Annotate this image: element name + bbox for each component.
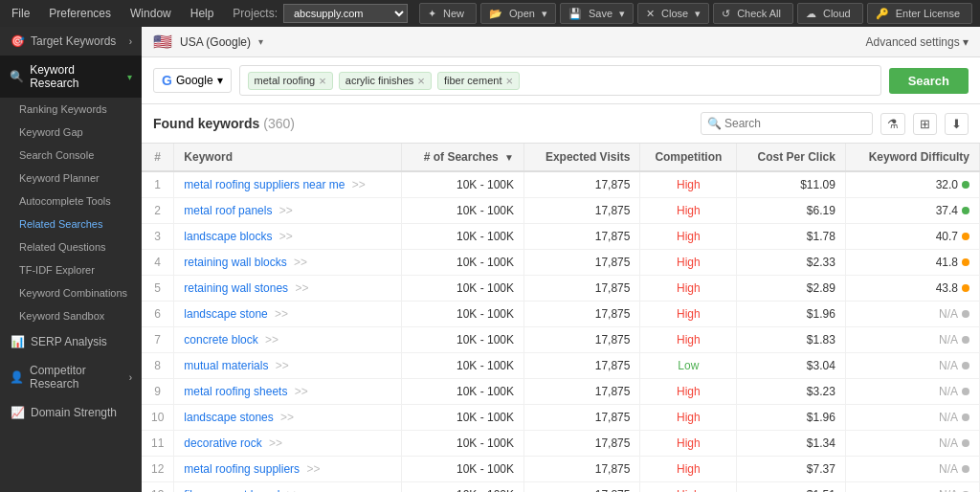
keyword-expand-btn[interactable]: >> bbox=[276, 204, 297, 217]
advanced-settings-link[interactable]: Advanced settings ▾ bbox=[866, 35, 969, 49]
sidebar-item-target-keywords[interactable]: 🎯 Target Keywords › bbox=[0, 27, 142, 56]
sidebar-item-keyword-gap[interactable]: Keyword Gap bbox=[0, 121, 142, 144]
keyword-expand-btn[interactable]: >> bbox=[348, 178, 369, 191]
keyword-expand-btn[interactable]: >> bbox=[302, 462, 323, 476]
new-button[interactable]: ✦ New bbox=[419, 3, 477, 24]
search-engine-select[interactable]: G Google ▾ bbox=[153, 68, 232, 93]
keyword-expand-btn[interactable]: >> bbox=[261, 333, 282, 347]
kd-dot bbox=[962, 362, 969, 369]
search-bar-area: G Google ▾ metal roofing × acrylic finis… bbox=[142, 57, 980, 104]
keyword-expand-btn[interactable]: >> bbox=[265, 436, 286, 450]
table-row: 12 metal roofing suppliers >> 10K - 100K… bbox=[142, 457, 980, 482]
keyword-expand-btn[interactable]: >> bbox=[291, 385, 312, 398]
keyword-link[interactable]: metal roofing sheets bbox=[184, 385, 287, 398]
row-competition: High bbox=[640, 171, 737, 198]
keyword-link[interactable]: mutual materials bbox=[184, 359, 268, 372]
found-search-area: 🔍 ⚗ ⊞ ⬇ bbox=[701, 112, 969, 135]
sidebar-item-keyword-research[interactable]: 🔍 Keyword Research ▾ bbox=[0, 56, 142, 98]
keyword-link[interactable]: landscape stone bbox=[184, 307, 267, 321]
found-search-input[interactable] bbox=[701, 112, 873, 135]
projects-label: Projects: bbox=[233, 7, 278, 20]
row-competition: High bbox=[640, 250, 737, 276]
row-cpc: $1.34 bbox=[737, 431, 846, 457]
table-row: 5 retaining wall stones >> 10K - 100K 17… bbox=[142, 276, 980, 302]
menu-file[interactable]: File bbox=[8, 5, 33, 22]
sidebar-item-related-questions[interactable]: Related Questions bbox=[0, 235, 142, 258]
row-num: 8 bbox=[142, 353, 174, 379]
keyword-link[interactable]: decorative rock bbox=[184, 436, 261, 450]
view-columns-button[interactable]: ⊞ bbox=[913, 113, 937, 135]
keywords-input-wrap[interactable]: metal roofing × acrylic finishes × fiber… bbox=[239, 65, 881, 96]
table-row: 7 concrete block >> 10K - 100K 17,875 Hi… bbox=[142, 327, 980, 353]
keyword-link[interactable]: retaining wall blocks bbox=[184, 256, 286, 269]
keyword-link[interactable]: landscape blocks bbox=[184, 230, 272, 243]
search-engine-label: Google bbox=[176, 74, 213, 87]
filter-button[interactable]: ⚗ bbox=[880, 113, 905, 135]
sidebar-item-ranking-keywords[interactable]: Ranking Keywords bbox=[0, 98, 142, 121]
usa-flag-icon: 🇺🇸 bbox=[153, 33, 172, 51]
keyword-expand-btn[interactable]: >> bbox=[283, 488, 304, 492]
keyword-link[interactable]: retaining wall stones bbox=[184, 281, 288, 295]
sidebar-item-related-searches[interactable]: Related Searches bbox=[0, 212, 142, 235]
projects-select[interactable]: abcsupply.com bbox=[283, 4, 408, 23]
col-header-visits[interactable]: Expected Visits bbox=[524, 144, 640, 171]
keyword-expand-btn[interactable]: >> bbox=[271, 307, 292, 321]
keyword-expand-btn[interactable]: >> bbox=[276, 230, 297, 243]
keyword-link[interactable]: metal roofing suppliers near me bbox=[184, 178, 345, 191]
row-num: 6 bbox=[142, 302, 174, 327]
row-keyword: metal roofing sheets >> bbox=[174, 379, 402, 405]
sidebar-item-keyword-sandbox[interactable]: Keyword Sandbox bbox=[0, 304, 142, 327]
keywords-table: # Keyword # of Searches ▼ Expected Visit… bbox=[142, 144, 980, 492]
keyword-tag-remove-2[interactable]: × bbox=[505, 75, 513, 87]
keyword-expand-btn[interactable]: >> bbox=[290, 256, 311, 269]
keyword-expand-btn[interactable]: >> bbox=[277, 411, 298, 424]
row-searches: 10K - 100K bbox=[402, 198, 524, 224]
keyword-expand-btn[interactable]: >> bbox=[272, 359, 293, 372]
keyword-link[interactable]: concrete block bbox=[184, 333, 257, 347]
col-header-cpc[interactable]: Cost Per Click bbox=[737, 144, 846, 171]
sidebar-item-serp-analysis[interactable]: 📊 SERP Analysis bbox=[0, 327, 142, 356]
sidebar-item-tf-idf-explorer[interactable]: TF-IDF Explorer bbox=[0, 258, 142, 281]
sidebar-item-autocomplete-tools[interactable]: Autocomplete Tools bbox=[0, 190, 142, 212]
row-cpc: $2.89 bbox=[737, 276, 846, 302]
kd-dot bbox=[962, 181, 969, 189]
sidebar-item-search-console[interactable]: Search Console bbox=[0, 144, 142, 167]
keyword-link[interactable]: landscape stones bbox=[184, 411, 273, 424]
sidebar-item-domain-strength[interactable]: 📈 Domain Strength bbox=[0, 398, 142, 427]
sidebar-item-competitor-research[interactable]: 👤 Competitor Research › bbox=[0, 356, 142, 398]
row-visits: 17,875 bbox=[524, 405, 640, 431]
menu-window[interactable]: Window bbox=[126, 5, 175, 22]
sidebar-item-keyword-planner[interactable]: Keyword Planner bbox=[0, 167, 142, 190]
serp-analysis-icon: 📊 bbox=[10, 335, 25, 348]
keyword-link[interactable]: metal roof panels bbox=[184, 204, 272, 217]
keyword-expand-btn[interactable]: >> bbox=[291, 281, 312, 295]
col-header-competition[interactable]: Competition bbox=[640, 144, 737, 171]
row-cpc: $3.04 bbox=[737, 353, 846, 379]
keyword-tag-remove-1[interactable]: × bbox=[417, 75, 425, 87]
check-all-button[interactable]: ↺ Check All bbox=[713, 3, 793, 24]
location-dropdown-arrow[interactable]: ▾ bbox=[258, 36, 263, 47]
menu-preferences[interactable]: Preferences bbox=[45, 5, 115, 22]
kd-dot bbox=[962, 439, 969, 447]
open-button[interactable]: 📂 Open ▾ bbox=[480, 3, 556, 24]
col-header-keyword[interactable]: Keyword bbox=[174, 144, 402, 171]
enter-license-button[interactable]: 🔑 Enter License bbox=[867, 3, 972, 24]
col-header-searches[interactable]: # of Searches ▼ bbox=[402, 144, 524, 171]
export-button[interactable]: ⬇ bbox=[945, 113, 969, 135]
table-row: 1 metal roofing suppliers near me >> 10K… bbox=[142, 171, 980, 198]
row-num: 1 bbox=[142, 171, 174, 198]
menu-help[interactable]: Help bbox=[187, 5, 218, 22]
content-header: 🇺🇸 USA (Google) ▾ Advanced settings ▾ bbox=[142, 27, 980, 57]
col-header-kd[interactable]: Keyword Difficulty bbox=[845, 144, 979, 171]
keyword-tag-remove-0[interactable]: × bbox=[319, 75, 326, 87]
keyword-link[interactable]: metal roofing suppliers bbox=[184, 462, 300, 476]
keyword-link[interactable]: fiber cement board bbox=[184, 488, 279, 492]
save-button[interactable]: 💾 Save ▾ bbox=[560, 3, 634, 24]
row-kd: N/A bbox=[845, 405, 979, 431]
search-console-label: Search Console bbox=[19, 149, 94, 161]
cloud-button[interactable]: ☁ Cloud bbox=[797, 3, 863, 24]
close-button[interactable]: ✕ Close ▾ bbox=[637, 3, 709, 24]
row-visits: 17,875 bbox=[524, 379, 640, 405]
sidebar-item-keyword-combinations[interactable]: Keyword Combinations bbox=[0, 281, 142, 304]
search-button[interactable]: Search bbox=[889, 68, 969, 94]
